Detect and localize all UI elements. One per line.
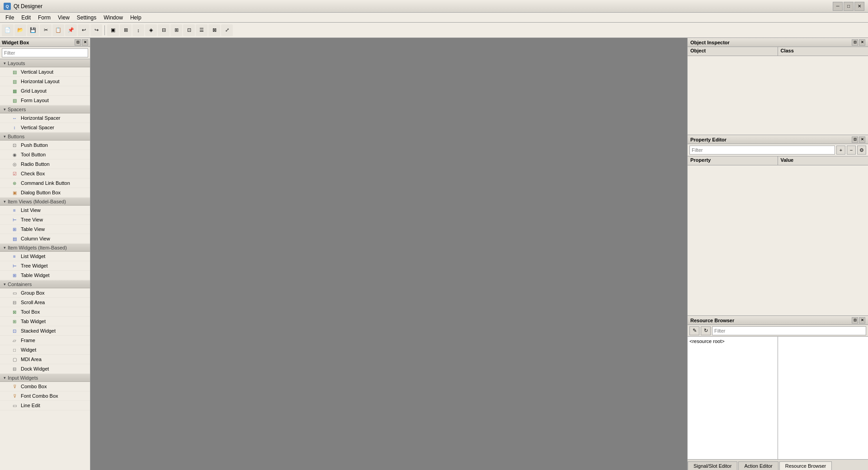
widget-item-column-view[interactable]: ▤Column View [0,234,90,244]
menu-item-view[interactable]: View [54,14,73,22]
object-inspector-controls: ⊡ ✕ [852,39,865,46]
widget-item-list-widget[interactable]: ≡List Widget [0,252,90,261]
widget-box-close-button[interactable]: ✕ [82,39,88,46]
property-editor-filter-input[interactable] [689,146,835,155]
oi-float-button[interactable]: ⊡ [852,39,858,46]
widget-item-widget[interactable]: □Widget [0,345,90,355]
widget-item-push-button[interactable]: ⊡Push Button [0,141,90,150]
toolbar-btn-layout-v[interactable]: ⊞ [170,24,182,36]
maximize-button[interactable]: □ [844,2,854,11]
toolbar-btn-cut[interactable]: ✂ [40,24,52,36]
widget-item-combo-box[interactable]: ⊽Combo Box [0,382,90,391]
widget-category-buttons[interactable]: Buttons [0,132,90,141]
widget-item-scroll-area[interactable]: ⊟Scroll Area [0,298,90,307]
widget-category-layouts[interactable]: Layouts [0,59,90,67]
toolbar-btn-layout-form[interactable]: ☰ [196,24,208,36]
menu-item-settings[interactable]: Settings [73,14,100,22]
toolbar-btn-open[interactable]: 📂 [14,24,26,36]
widget-item-icon: ▤ [11,235,18,242]
resource-browser-filter[interactable] [712,326,866,335]
widget-item-dialog-button-box[interactable]: ▣Dialog Button Box [0,188,90,197]
object-inspector-table: Object Class [688,47,868,135]
widget-item-horizontal-layout[interactable]: ▥Horizontal Layout [0,77,90,86]
toolbar-btn-break-layout[interactable]: ⊠ [208,24,220,36]
widget-category-containers[interactable]: Containers [0,280,90,288]
widget-item-radio-button[interactable]: ◎Radio Button [0,160,90,169]
rb-edit-button[interactable]: ✎ [689,326,699,335]
pe-add-button[interactable]: + [836,146,845,155]
rb-close-button[interactable]: ✕ [859,317,865,324]
widget-item-tree-widget[interactable]: ⊢Tree Widget [0,261,90,271]
widget-category-item-views-model-based[interactable]: Item Views (Model-Based) [0,197,90,206]
widget-category-spacers[interactable]: Spacers [0,105,90,113]
resource-browser-header: Resource Browser ⊡ ✕ [688,316,868,325]
widget-category-input-widgets[interactable]: Input Widgets [0,374,90,382]
widget-item-icon: ▣ [11,189,18,196]
toolbar-btn-redo[interactable]: ↪ [90,24,102,36]
widget-item-form-layout[interactable]: ▧Form Layout [0,96,90,105]
widget-item-horizontal-spacer[interactable]: ↔Horizontal Spacer [0,113,90,123]
toolbar-btn-buddy[interactable]: ◈ [145,24,157,36]
widget-item-stacked-widget[interactable]: ⊡Stacked Widget [0,326,90,336]
widget-item-icon: ▦ [11,87,18,94]
pe-float-button[interactable]: ⊡ [852,136,858,143]
widget-item-tool-button[interactable]: ◉Tool Button [0,150,90,160]
bottom-tab-resource-browser[interactable]: Resource Browser [779,461,832,470]
bottom-tab-action-editor[interactable]: Action Editor [738,461,778,470]
pe-close-button[interactable]: ✕ [859,136,865,143]
rb-float-button[interactable]: ⊡ [852,317,858,324]
widget-item-icon: ⊠ [11,308,18,315]
widget-item-dock-widget[interactable]: ⊟Dock Widget [0,364,90,374]
widget-item-check-box[interactable]: ☑Check Box [0,169,90,179]
menu-item-file[interactable]: File [2,14,18,22]
toolbar-btn-layout-grid[interactable]: ⊡ [183,24,195,36]
widget-item-frame[interactable]: ▱Frame [0,336,90,345]
menu-item-form[interactable]: Form [34,14,54,22]
widget-item-table-widget[interactable]: ⊞Table Widget [0,271,90,280]
rb-refresh-button[interactable]: ↻ [701,326,711,335]
toolbar-btn-undo[interactable]: ↩ [78,24,90,36]
widget-box-header: Widget Box ⊡ ✕ [0,38,90,47]
resource-root-label[interactable]: <resource root> [689,338,725,344]
toolbar-btn-copy[interactable]: 📋 [52,24,64,36]
widget-item-icon: ⊢ [11,262,18,269]
widget-item-mdi-area[interactable]: ▢MDI Area [0,355,90,364]
close-button[interactable]: ✕ [854,2,864,11]
toolbar-btn-layout-h[interactable]: ⊟ [158,24,170,36]
widget-item-vertical-spacer[interactable]: ↕Vertical Spacer [0,123,90,132]
widget-item-list-view[interactable]: ≡List View [0,206,90,215]
toolbar-btn-widget-editor[interactable]: ▣ [107,24,119,36]
widget-item-tab-widget[interactable]: ⊞Tab Widget [0,317,90,326]
toolbar-btn-tab-order[interactable]: ↕ [132,24,144,36]
widget-item-vertical-layout[interactable]: ▤Vertical Layout [0,67,90,77]
menu-item-window[interactable]: Window [100,14,127,22]
widget-item-command-link-button[interactable]: ⊛Command Link Button [0,179,90,188]
widget-item-icon: ≡ [11,253,18,260]
toolbar-btn-new[interactable]: 📄 [2,24,14,36]
widget-box-float-button[interactable]: ⊡ [75,39,81,46]
canvas-area[interactable] [90,38,687,470]
toolbar-btn-connections[interactable]: ⊞ [120,24,132,36]
pe-remove-button[interactable]: − [847,146,856,155]
toolbar-btn-adjust-size[interactable]: ⤢ [221,24,233,36]
toolbar-btn-paste[interactable]: 📌 [65,24,77,36]
widget-item-font-combo-box[interactable]: ⊽Font Combo Box [0,391,90,401]
minimize-button[interactable]: ─ [833,2,843,11]
widget-item-grid-layout[interactable]: ▦Grid Layout [0,86,90,96]
widget-item-table-view[interactable]: ⊞Table View [0,225,90,234]
widget-item-tree-view[interactable]: ⊢Tree View [0,215,90,225]
widget-item-label: Horizontal Spacer [21,115,60,121]
oi-close-button[interactable]: ✕ [859,39,865,46]
menu-item-edit[interactable]: Edit [18,14,34,22]
widget-category-item-widgets-item-based[interactable]: Item Widgets (Item-Based) [0,244,90,252]
widget-box-filter-input[interactable] [2,48,88,57]
property-editor-filter-row: + − ⚙ [688,144,868,156]
app-icon: Q [4,3,11,10]
widget-item-tool-box[interactable]: ⊠Tool Box [0,307,90,317]
widget-item-line-edit[interactable]: ▭Line Edit [0,401,90,410]
toolbar-btn-save[interactable]: 💾 [27,24,39,36]
widget-item-group-box[interactable]: ▭Group Box [0,288,90,298]
menu-item-help[interactable]: Help [127,14,145,22]
pe-config-button[interactable]: ⚙ [857,146,866,155]
bottom-tab-signal-slot-editor[interactable]: Signal/Slot Editor [688,461,737,470]
